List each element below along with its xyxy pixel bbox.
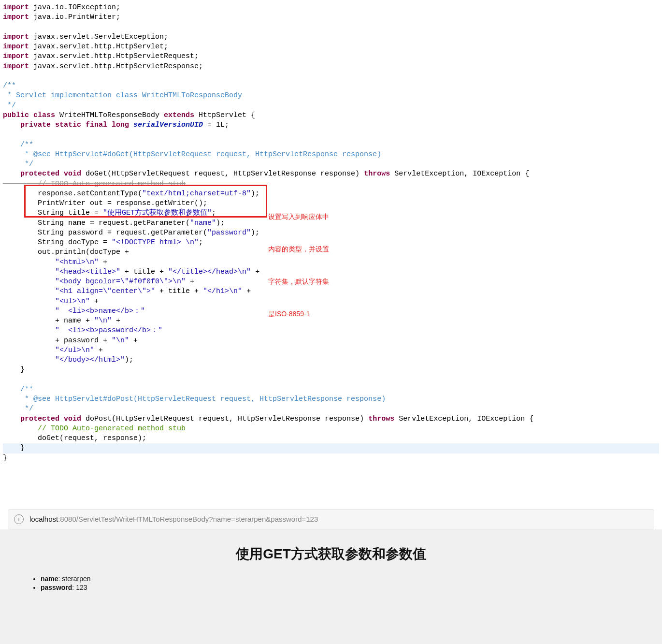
url-text: localhost:8080/ServletTest/WriteHTMLToRe… [29, 515, 318, 523]
rendered-page: 使用GET方式获取参数和参数值 name: sterarpen password… [0, 529, 662, 644]
info-icon: i [14, 514, 24, 524]
list-item: name: sterarpen [41, 575, 633, 583]
annotation-line: 字符集，默认字符集 [268, 276, 329, 287]
url-path: :8080/ServletTest/WriteHTMLToResponseBod… [58, 515, 318, 523]
result-list: name: sterarpen password: 123 [29, 575, 633, 591]
list-item: password: 123 [41, 584, 633, 591]
url-host: localhost [29, 515, 58, 523]
address-bar[interactable]: i localhost:8080/ServletTest/WriteHTMLTo… [8, 509, 654, 529]
code-block: import java.io.IOException; import java.… [0, 0, 662, 505]
annotation-line: 设置写入到响应体中 [268, 211, 329, 222]
annotation-text: 设置写入到响应体中 内容的类型，并设置 字符集，默认字符集 是ISO-8859-… [268, 190, 329, 341]
annotation-line: 是ISO-8859-1 [268, 308, 329, 319]
annotation-line: 内容的类型，并设置 [268, 244, 329, 254]
page-title: 使用GET方式获取参数和参数值 [29, 545, 633, 563]
